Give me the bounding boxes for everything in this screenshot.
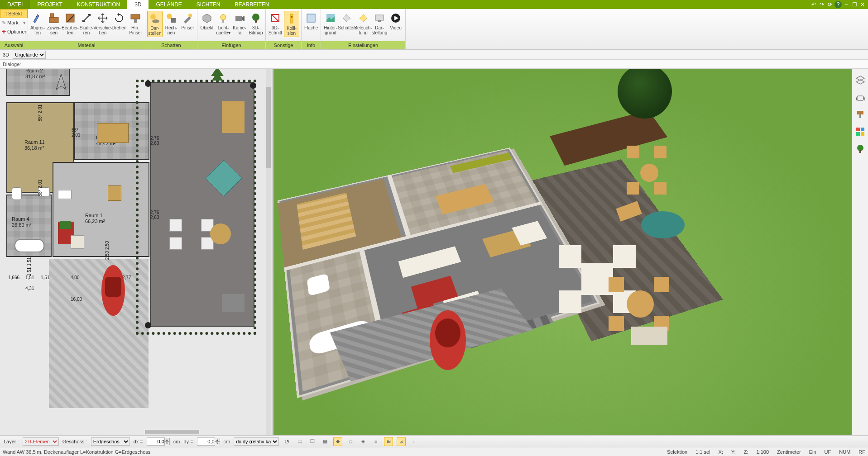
dy-input[interactable] [197, 437, 215, 446]
insert-objekt-button[interactable]: Objekt [199, 11, 215, 31]
svg-rect-3 [131, 14, 140, 19]
snap-5-icon[interactable]: ⊞ [384, 437, 393, 446]
video-button[interactable]: Video [388, 11, 403, 31]
schatten-darstellen-button[interactable]: Dar-stellen [147, 11, 163, 37]
car-3d[interactable] [427, 309, 468, 372]
info-icon[interactable]: i [409, 437, 418, 446]
geschoss-label: Geschoss : [62, 439, 87, 444]
car-2d[interactable] [100, 263, 127, 318]
north-arrow-icon [54, 73, 68, 91]
snap-1-icon[interactable]: ◆ [333, 437, 342, 446]
minimize-icon[interactable]: – [843, 1, 850, 8]
menu-tab-konstruktion[interactable]: KONSTRUKTION [70, 0, 127, 9]
schatten-rechnen-button[interactable]: Rech-nen [163, 11, 179, 36]
darstellung-button[interactable]: Dar-stellung [372, 11, 387, 36]
flaeche-button[interactable]: Fläche [303, 11, 319, 31]
palette-icon[interactable] [855, 127, 865, 137]
grid-icon[interactable]: ▦ [321, 437, 330, 446]
select-mode-button[interactable]: ⬚Selekt [0, 9, 28, 18]
svg-rect-36 [859, 150, 861, 153]
tree-2d-icon [208, 69, 226, 83]
terrain-select[interactable]: Urgelände [13, 51, 46, 59]
close-icon[interactable]: ✕ [859, 1, 866, 8]
tree-icon[interactable] [855, 144, 865, 154]
menu-tab-projekt[interactable]: PROJEKT [30, 0, 69, 9]
menu-tab-sichten[interactable]: SICHTEN [189, 0, 228, 9]
undo-icon[interactable]: ↶ [810, 1, 817, 8]
material-skalieren-button[interactable]: Skalie-ren [79, 11, 94, 36]
kollision-button[interactable]: Kolli-sion [284, 11, 299, 37]
layers-icon[interactable] [855, 75, 865, 85]
clock-icon[interactable]: ◔ [283, 437, 292, 446]
svg-point-16 [291, 16, 293, 18]
dy-spinner[interactable]: ▴▾ [215, 438, 220, 445]
snap-3-icon[interactable]: ◈ [359, 437, 368, 446]
maximize-icon[interactable]: ☐ [851, 1, 858, 8]
material-zuweisen-button[interactable]: Zuwei-sen [46, 11, 62, 36]
menu-tab-datei[interactable]: DATEI [0, 0, 30, 9]
redo-icon[interactable]: ↷ [818, 1, 825, 8]
hintergrund-button[interactable]: Hinter-grund [323, 11, 338, 36]
svg-rect-8 [171, 18, 176, 23]
material-verschieben-button[interactable]: Verschie-ben [95, 11, 110, 36]
refresh-icon[interactable]: ⟳ [826, 1, 834, 8]
3d-schnitt-button[interactable]: 3D-Schnitt [268, 11, 283, 36]
insert-lichtquelle-button[interactable]: Licht-quelle▾ [216, 11, 231, 36]
viewport-3d[interactable] [273, 69, 852, 435]
ribbon-group-schatten: Dar-stellen Rech-nen Pinsel Schatten [145, 9, 197, 49]
schatten-pinsel-button[interactable]: Pinsel [180, 11, 195, 31]
dx-input[interactable] [147, 437, 165, 446]
svg-rect-32 [861, 128, 864, 131]
ribbon-group-auswahl: Auswahl [0, 41, 28, 49]
svg-point-9 [188, 14, 192, 17]
menu-tab-3d[interactable]: 3D [127, 0, 149, 9]
dy-label: dy = [183, 439, 193, 444]
viewport-2d[interactable]: Raum 2 31,87 m² Raum 11 36,18 m² Raum 3 … [0, 69, 272, 435]
dx-label: dx = [134, 439, 143, 444]
menu-tab-gelaende[interactable]: GELÄNDE [149, 0, 189, 9]
svg-rect-19 [375, 15, 384, 20]
svg-rect-4 [134, 19, 137, 23]
layer-select[interactable]: 2D-Elemen [23, 437, 59, 446]
mark-mode-button[interactable]: ✎Mark.▾ [0, 18, 28, 27]
ribbon-group-material: Abgrei-fen Zuwei-sen Bearbei-ten Skalie-… [28, 9, 145, 49]
geschoss-select[interactable]: Erdgeschos [91, 437, 130, 446]
stack-icon[interactable]: ❐ [308, 437, 317, 446]
room-4[interactable]: Raum 4 26,60 m² [6, 195, 52, 257]
material-abgreifen-button[interactable]: Abgrei-fen [30, 11, 45, 36]
insert-kamera-button[interactable]: Kame-ra [232, 11, 247, 36]
snap-2-icon[interactable]: ◇ [346, 437, 355, 446]
view-mode-label: 3D [3, 52, 9, 57]
ribbon-group-sonstige: 3D-Schnitt Kolli-sion Sonstige [266, 9, 302, 49]
beleuchtung-button[interactable]: Beleuch-tung [355, 11, 371, 36]
paint-icon[interactable] [855, 109, 865, 119]
coord-mode-select[interactable]: dx,dy (relativ ka [234, 437, 279, 446]
scrollbar-vertical[interactable] [266, 69, 271, 435]
schatten-settings-button[interactable]: Schatten [339, 11, 355, 31]
screen-icon[interactable]: ▭ [295, 437, 304, 446]
svg-rect-14 [255, 20, 257, 23]
bottom-toolbar: Layer : 2D-Elemen Geschoss : Erdgeschos … [0, 435, 868, 447]
scrollbar-horizontal[interactable] [145, 430, 199, 434]
help-icon[interactable]: ? [834, 1, 842, 8]
svg-point-13 [252, 14, 259, 21]
layer-label: Layer : [4, 439, 19, 444]
armchair-icon[interactable] [855, 92, 865, 102]
svg-point-5 [150, 14, 156, 19]
svg-rect-1 [50, 14, 54, 17]
options-button[interactable]: ✚Optionen [0, 27, 28, 36]
dx-spinner[interactable]: ▴▾ [164, 438, 170, 445]
svg-point-35 [857, 145, 863, 151]
menu-tab-bearbeiten[interactable]: BEARBEITEN [228, 0, 277, 9]
svg-rect-15 [290, 14, 293, 23]
status-bar: Wand AW 36,5 m. Deckenauflager L=Konstru… [0, 447, 868, 456]
ribbon: ⬚Selekt ✎Mark.▾ ✚Optionen Auswahl Abgrei… [0, 9, 868, 50]
material-drehen-button[interactable]: Drehen [111, 11, 127, 31]
insert-3dbitmap-button[interactable]: 3D-Bitmap [248, 11, 264, 36]
snap-4-icon[interactable]: ≡ [371, 437, 380, 446]
snap-6-icon[interactable]: ⊡ [397, 437, 406, 446]
material-hinpinsel-button[interactable]: Hin.Pinsel [128, 11, 143, 36]
material-bearbeiten-button[interactable]: Bearbei-ten [62, 11, 78, 36]
svg-rect-11 [222, 20, 224, 23]
room-1[interactable]: Raum 1 66,23 m² [53, 162, 149, 257]
